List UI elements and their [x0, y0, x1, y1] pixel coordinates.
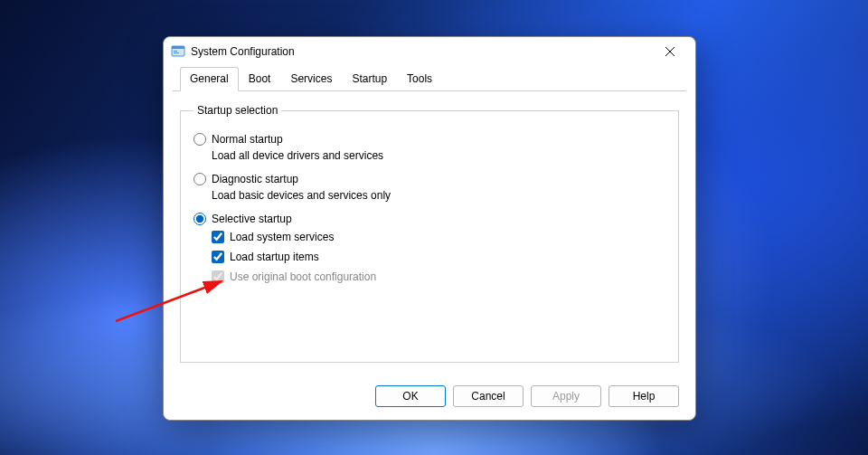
svg-rect-2 — [174, 51, 177, 52]
desc-normal: Load all device drivers and services — [212, 149, 665, 162]
close-icon — [665, 47, 675, 56]
radio-diagnostic-label: Diagnostic startup — [212, 173, 298, 185]
tab-tools[interactable]: Tools — [397, 67, 442, 91]
radio-diagnostic[interactable] — [193, 173, 206, 185]
radio-normal-label: Normal startup — [212, 133, 283, 146]
apply-button: Apply — [531, 385, 601, 407]
selective-checklist: Load system services Load startup items … — [212, 231, 665, 283]
ok-button[interactable]: OK — [375, 385, 446, 407]
radio-selective-label: Selective startup — [212, 213, 292, 225]
svg-rect-1 — [172, 46, 184, 49]
svg-rect-3 — [174, 52, 179, 53]
cancel-button[interactable]: Cancel — [453, 385, 524, 407]
window-title: System Configuration — [191, 45, 295, 58]
option-normal: Normal startup Load all device drivers a… — [193, 133, 665, 162]
radio-selective[interactable] — [193, 213, 206, 225]
checkbox-system-services[interactable] — [212, 231, 224, 243]
startup-selection-group: Startup selection Normal startup Load al… — [180, 104, 679, 363]
system-configuration-window: System Configuration General Boot Servic… — [163, 36, 696, 421]
app-icon — [171, 44, 185, 59]
tab-services[interactable]: Services — [280, 67, 342, 91]
checkbox-original-boot — [212, 270, 224, 283]
desc-diagnostic: Load basic devices and services only — [212, 189, 665, 202]
check-row-system-services: Load system services — [212, 231, 665, 243]
group-legend: Startup selection — [193, 104, 281, 117]
option-selective: Selective startup Load system services L… — [193, 213, 665, 283]
dialog-buttons: OK Cancel Apply Help — [164, 380, 695, 420]
label-system-services: Load system services — [230, 231, 334, 243]
tab-content: Startup selection Normal startup Load al… — [164, 91, 695, 380]
tab-general[interactable]: General — [180, 67, 239, 91]
label-original-boot: Use original boot configuration — [230, 270, 376, 283]
tab-strip: General Boot Services Startup Tools — [173, 66, 686, 91]
radio-normal[interactable] — [193, 133, 206, 146]
checkbox-startup-items[interactable] — [212, 251, 224, 263]
check-row-original-boot: Use original boot configuration — [212, 270, 665, 283]
titlebar: System Configuration — [164, 37, 695, 66]
tab-startup[interactable]: Startup — [342, 67, 397, 91]
label-startup-items: Load startup items — [230, 251, 319, 263]
option-diagnostic: Diagnostic startup Load basic devices an… — [193, 173, 665, 202]
tab-boot[interactable]: Boot — [239, 67, 281, 91]
check-row-startup-items: Load startup items — [212, 251, 665, 263]
help-button[interactable]: Help — [609, 385, 679, 407]
close-button[interactable] — [650, 38, 690, 65]
